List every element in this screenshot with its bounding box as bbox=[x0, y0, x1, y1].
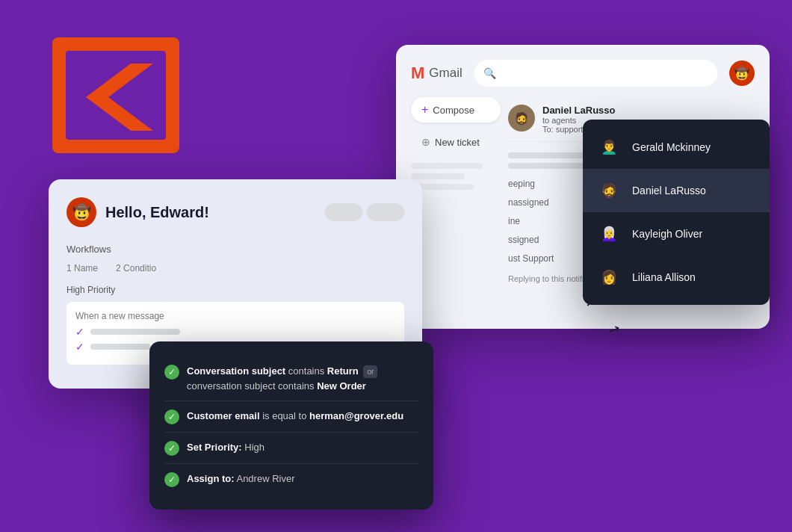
new-ticket-button[interactable]: ⊕ New ticket bbox=[411, 130, 501, 154]
dark-popup: ✓ Conversation subject contains Return o… bbox=[149, 341, 433, 510]
new-ticket-icon: ⊕ bbox=[421, 136, 430, 148]
check-line-2 bbox=[90, 344, 150, 350]
agent-name-daniel: Daniel LaRusso bbox=[632, 185, 706, 197]
popup-text-4: Assign to: Andrew River bbox=[187, 471, 294, 486]
gmail-sidebar: + Compose ⊕ New ticket bbox=[411, 97, 501, 190]
agent-avatar-liliana: 👩 bbox=[595, 263, 623, 291]
email-sender-avatar: 🧔 bbox=[508, 105, 535, 132]
check-icon-1: ✓ bbox=[75, 326, 84, 338]
check-icon-2: ✓ bbox=[75, 341, 84, 353]
agents-dropdown: 👨‍🦱 Gerald Mckinney 🧔 Daniel LaRusso 👩‍🦳… bbox=[583, 120, 770, 305]
new-ticket-label: New ticket bbox=[435, 137, 480, 148]
agent-name-liliana: Liliana Allison bbox=[632, 271, 696, 283]
sidebar-placeholder-1 bbox=[411, 163, 483, 169]
agent-name-gerald: Gerald Mckinney bbox=[632, 141, 711, 153]
check-circle-4: ✓ bbox=[164, 472, 179, 487]
compose-button[interactable]: + Compose bbox=[411, 97, 501, 123]
popup-text-3: Set Priority: High bbox=[187, 440, 264, 455]
compose-label: Compose bbox=[433, 105, 474, 116]
popup-row-3: ✓ Set Priority: High bbox=[164, 433, 418, 464]
user-avatar-workflow: 🤠 bbox=[66, 197, 96, 227]
when-label: When a new message bbox=[75, 311, 395, 321]
agent-item-kayleigh[interactable]: 👩‍🦳 Kayleigh Oliver bbox=[583, 212, 770, 256]
popup-row-1: ✓ Conversation subject contains Return o… bbox=[164, 356, 418, 401]
agent-avatar-daniel: 🧔 bbox=[595, 176, 623, 205]
workflow-cols: 1 Name 2 Conditio bbox=[66, 263, 404, 273]
agent-item-liliana[interactable]: 👩 Liliana Allison bbox=[583, 256, 770, 299]
user-avatar-gmail: 🤠 bbox=[729, 61, 755, 86]
check-circle-1: ✓ bbox=[164, 365, 179, 380]
popup-text-1: Conversation subject contains Return or … bbox=[187, 364, 418, 393]
agent-item-gerald[interactable]: 👨‍🦱 Gerald Mckinney bbox=[583, 126, 770, 169]
gmail-header: M Gmail 🔍 🤠 bbox=[411, 60, 755, 87]
check-circle-3: ✓ bbox=[164, 441, 179, 456]
search-icon: 🔍 bbox=[483, 67, 496, 79]
header-btn-2 bbox=[367, 203, 404, 221]
col-2: 2 Conditio bbox=[116, 263, 156, 273]
popup-row-2: ✓ Customer email is equal to herman@grov… bbox=[164, 401, 418, 433]
check-circle-2: ✓ bbox=[164, 409, 179, 424]
header-buttons bbox=[325, 203, 404, 221]
gmail-logo: M Gmail bbox=[411, 64, 462, 83]
gmail-m-icon: M bbox=[411, 64, 424, 83]
col-1: 1 Name bbox=[66, 263, 98, 273]
workflow-header: 🤠 Hello, Edward! bbox=[66, 197, 404, 227]
check-line-1 bbox=[90, 329, 180, 335]
popup-row-4: ✓ Assign to: Andrew River bbox=[164, 464, 418, 495]
compose-icon: + bbox=[421, 103, 428, 117]
sidebar-placeholder-2 bbox=[411, 173, 465, 179]
gmail-search[interactable]: 🔍 bbox=[474, 60, 717, 87]
gmail-title: Gmail bbox=[429, 66, 462, 81]
check-row-1: ✓ bbox=[75, 326, 395, 338]
popup-text-2: Customer email is equal to herman@grover… bbox=[187, 409, 403, 424]
agent-avatar-kayleigh: 👩‍🦳 bbox=[595, 220, 623, 248]
email-sender-name: Daniel LaRusso bbox=[542, 105, 755, 116]
header-btn-1 bbox=[325, 203, 362, 221]
workflows-label: Workflows bbox=[66, 244, 111, 255]
agent-item-daniel[interactable]: 🧔 Daniel LaRusso bbox=[583, 169, 770, 212]
priority-label: High Priority bbox=[66, 285, 115, 295]
agent-avatar-gerald: 👨‍🦱 bbox=[595, 133, 623, 161]
logo bbox=[45, 30, 194, 164]
agent-name-kayleigh: Kayleigh Oliver bbox=[632, 228, 702, 240]
greeting-text: Hello, Edward! bbox=[105, 204, 209, 221]
